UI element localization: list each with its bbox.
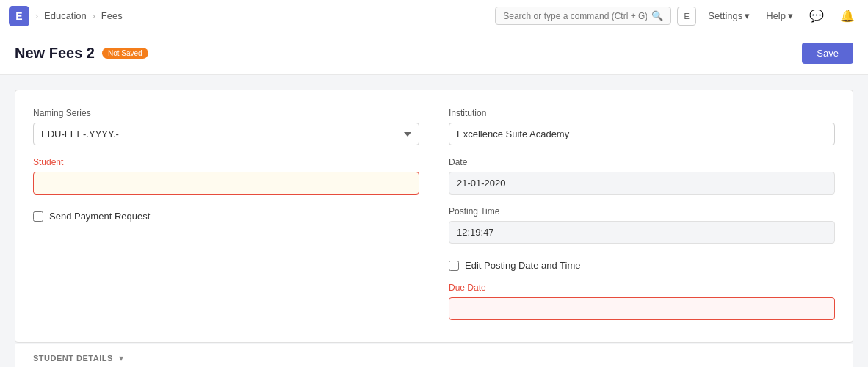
institution-label: Institution <box>449 108 835 118</box>
breadcrumb-sep-1: › <box>35 11 38 21</box>
student-details-label: STUDENT DETAILS <box>33 354 113 363</box>
date-label: Date <box>449 157 835 167</box>
breadcrumb-sep-2: › <box>93 11 95 21</box>
help-button[interactable]: Help ▾ <box>762 7 798 24</box>
edit-posting-label[interactable]: Edit Posting Date and Time <box>465 260 581 271</box>
form-grid: Naming Series EDU-FEE-.YYYY.- Student Se… <box>33 108 835 320</box>
nav-right: E Settings ▾ Help ▾ 💬 🔔 <box>677 6 859 26</box>
chevron-down-icon: ▾ <box>119 353 123 363</box>
naming-series-label: Naming Series <box>33 108 419 118</box>
page-title-area: New Fees 2 Not Saved <box>15 45 148 62</box>
naming-series-select[interactable]: EDU-FEE-.YYYY.- <box>33 123 419 145</box>
student-group: Student <box>33 157 419 195</box>
date-group: Date <box>449 157 835 195</box>
search-bar[interactable]: 🔍 <box>495 7 671 25</box>
top-navigation: E › Education › Fees 🔍 E Settings ▾ Help… <box>0 0 868 32</box>
avatar[interactable]: E <box>677 7 696 26</box>
col-right: Institution Date Posting Time Edit Posti… <box>449 108 835 320</box>
app-icon[interactable]: E <box>9 6 29 26</box>
student-label: Student <box>33 157 419 167</box>
col-left: Naming Series EDU-FEE-.YYYY.- Student Se… <box>33 108 419 320</box>
form-card: Naming Series EDU-FEE-.YYYY.- Student Se… <box>15 90 853 343</box>
breadcrumb-fees[interactable]: Fees <box>101 10 123 21</box>
due-date-input[interactable] <box>449 297 835 320</box>
due-date-group: Due Date <box>449 283 835 320</box>
feedback-button[interactable]: 💬 <box>805 6 828 26</box>
institution-group: Institution <box>449 108 835 145</box>
settings-button[interactable]: Settings ▾ <box>704 7 754 24</box>
naming-series-group: Naming Series EDU-FEE-.YYYY.- <box>33 108 419 145</box>
notifications-button[interactable]: 🔔 <box>836 6 859 26</box>
send-payment-label[interactable]: Send Payment Request <box>49 211 150 222</box>
due-date-label: Due Date <box>449 283 835 293</box>
edit-posting-checkbox[interactable] <box>449 261 459 271</box>
page-title: New Fees 2 <box>15 45 95 62</box>
posting-time-group: Posting Time <box>449 206 835 244</box>
student-details-section[interactable]: STUDENT DETAILS ▾ <box>15 344 853 367</box>
search-icon: 🔍 <box>651 10 663 21</box>
student-input[interactable] <box>33 172 419 195</box>
save-button[interactable]: Save <box>802 43 853 64</box>
send-payment-request-row: Send Payment Request <box>33 211 419 222</box>
posting-time-label: Posting Time <box>449 206 835 217</box>
posting-time-input <box>449 221 835 244</box>
main-content: Naming Series EDU-FEE-.YYYY.- Student Se… <box>0 75 868 367</box>
send-payment-checkbox[interactable] <box>33 211 43 222</box>
breadcrumb-education[interactable]: Education <box>44 10 87 21</box>
edit-posting-row: Edit Posting Date and Time <box>449 260 835 271</box>
search-input[interactable] <box>503 11 647 21</box>
status-badge: Not Saved <box>102 48 148 59</box>
institution-input[interactable] <box>449 123 835 145</box>
date-input <box>449 172 835 195</box>
page-header: New Fees 2 Not Saved Save <box>0 32 868 75</box>
